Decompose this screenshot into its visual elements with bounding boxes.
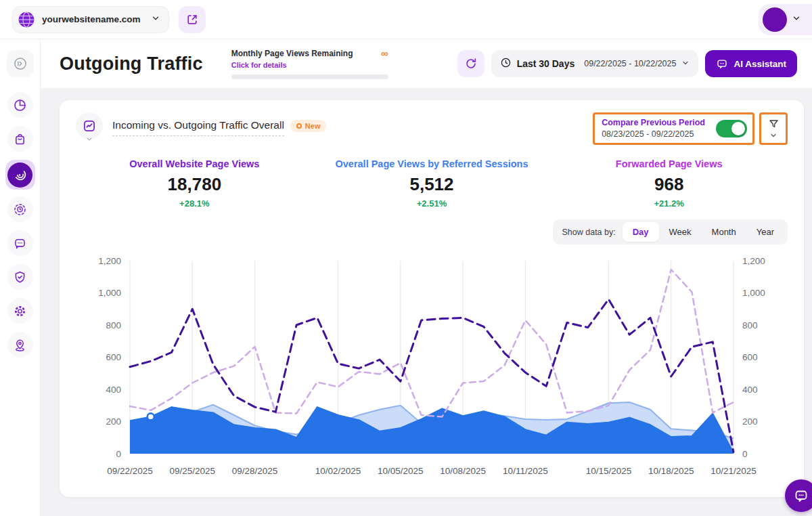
y-axis-tick-label: 0	[116, 449, 121, 459]
chart-canvas[interactable]: 002002004004006006008008001,0001,0001,20…	[76, 250, 788, 486]
outgoing-traffic-icon	[7, 163, 32, 188]
avatar	[763, 7, 787, 32]
compare-previous-period-highlight-box: Compare Previous Period 08/23/2025 - 09/…	[593, 112, 754, 145]
show-data-by-month[interactable]: Month	[702, 222, 746, 242]
external-link-icon	[185, 13, 199, 26]
x-axis-tick-label: 09/25/2025	[169, 466, 215, 476]
website-name: yourwebsitename.com	[42, 14, 144, 24]
shield-check-icon	[13, 270, 27, 284]
card-menu-button[interactable]	[76, 112, 103, 139]
pie-chart-icon	[13, 98, 27, 112]
infinity-icon: ∞	[381, 50, 388, 57]
metric-label: Overall Website Page Views	[76, 158, 313, 169]
metric-value: 5,512	[313, 174, 551, 195]
sidebar	[0, 39, 41, 516]
quota-details-link[interactable]: Click for details	[231, 61, 287, 69]
show-data-by-day[interactable]: Day	[623, 222, 659, 242]
date-range-selector[interactable]: Last 30 Days 09/22/2025 - 10/22/2025	[491, 50, 699, 77]
sidebar-item-dashboard[interactable]	[7, 92, 33, 118]
y-axis-tick-label: 1,000	[98, 288, 121, 298]
x-axis-tick-label: 10/21/2025	[710, 466, 757, 476]
quota-label: Monthly Page Views Remaining	[231, 49, 353, 58]
ai-assistant-label: AI Assistant	[734, 59, 786, 69]
x-axis-tick-label: 10/15/2025	[586, 466, 632, 476]
shopping-bag-icon	[13, 132, 27, 146]
sidebar-collapse-button[interactable]	[7, 50, 34, 77]
page-header: Outgoing Traffic Monthly Page Views Rema…	[41, 39, 812, 88]
date-range-dates: 09/22/2025 - 10/22/2025	[584, 59, 676, 68]
collapse-icon	[13, 56, 28, 71]
compare-previous-period-label: Compare Previous Period	[602, 118, 705, 127]
y-axis-tick-label: 200	[106, 416, 121, 427]
compare-toggle[interactable]	[716, 120, 747, 137]
sidebar-item-tracking[interactable]	[7, 196, 33, 222]
y-axis-tick-label: 0	[742, 449, 748, 459]
chart-line	[130, 270, 734, 416]
chat-bubble-icon	[793, 488, 809, 504]
y-axis-tick-label: 800	[106, 320, 121, 330]
metric-value: 968	[550, 174, 788, 195]
chart-point-marker	[148, 413, 154, 420]
metric-label: Forwarded Page Views	[550, 158, 788, 169]
filter-button[interactable]	[759, 112, 788, 145]
y-axis-tick-label: 1,200	[742, 256, 765, 266]
show-data-by-year[interactable]: Year	[746, 222, 784, 242]
new-badge: New	[290, 120, 327, 132]
chevron-down-icon	[792, 14, 801, 26]
metric-delta: +21.2%	[550, 198, 788, 209]
sidebar-item-outgoing-traffic[interactable]	[5, 160, 35, 190]
x-axis-tick-label: 10/02/2025	[315, 466, 361, 476]
chevron-down-icon	[769, 131, 777, 139]
metric-overall-website-page-views: Overall Website Page Views 18,780 +28.1%	[76, 158, 313, 209]
globe-icon	[18, 11, 35, 28]
y-axis-tick-label: 600	[742, 352, 758, 362]
new-badge-label: New	[305, 122, 321, 130]
support-chat-button[interactable]	[785, 479, 812, 512]
line-chart-icon	[82, 119, 97, 133]
x-axis-tick-label: 10/08/2025	[440, 466, 486, 476]
open-website-button[interactable]	[179, 6, 206, 33]
metric-delta: +2.51%	[313, 198, 551, 209]
traffic-card: Incoming vs. Outgoing Traffic Overall Ne…	[60, 100, 804, 497]
show-data-by-label: Show data by:	[556, 228, 623, 237]
refresh-icon	[464, 57, 478, 70]
ai-chat-icon	[716, 58, 728, 70]
new-badge-icon	[296, 123, 302, 129]
page-title: Outgoing Traffic	[60, 53, 203, 74]
chat-icon	[13, 236, 27, 251]
sidebar-item-settings[interactable]	[7, 298, 33, 324]
filter-icon	[767, 118, 780, 131]
refresh-button[interactable]	[457, 50, 484, 77]
show-data-by-week[interactable]: Week	[659, 222, 702, 242]
website-selector[interactable]: yourwebsitename.com	[12, 6, 169, 33]
lens-icon	[13, 202, 27, 217]
clock-icon	[500, 57, 512, 71]
x-axis-tick-label: 10/18/2025	[648, 466, 694, 476]
x-axis-tick-label: 09/22/2025	[107, 466, 153, 476]
traffic-chart-svg: 002002004004006006008008001,0001,0001,20…	[76, 250, 788, 483]
user-menu[interactable]	[759, 4, 812, 35]
card-title: Incoming vs. Outgoing Traffic Overall	[112, 119, 284, 136]
metrics-row: Overall Website Page Views 18,780 +28.1%…	[76, 158, 788, 209]
quota-progress-bar	[231, 74, 388, 79]
metric-forwarded-page-views: Forwarded Page Views 968 +21.2%	[550, 158, 788, 209]
ai-assistant-button[interactable]: AI Assistant	[705, 50, 797, 77]
gear-icon	[13, 304, 27, 318]
sidebar-item-store[interactable]	[7, 126, 33, 152]
x-axis-tick-label: 09/28/2025	[232, 466, 278, 476]
sidebar-item-messages[interactable]	[7, 230, 33, 256]
sidebar-item-locations[interactable]	[7, 332, 33, 358]
chevron-down-icon	[681, 58, 690, 70]
metric-label: Overall Page Views by Referred Sessions	[313, 158, 551, 169]
show-data-by-control: Show data by: Day Week Month Year	[553, 219, 788, 244]
sidebar-item-security[interactable]	[7, 264, 33, 290]
x-axis-tick-label: 10/11/2025	[503, 466, 548, 476]
location-pin-icon	[13, 338, 27, 352]
y-axis-tick-label: 800	[742, 320, 758, 330]
top-bar: yourwebsitename.com	[0, 0, 812, 39]
y-axis-tick-label: 400	[742, 385, 758, 395]
y-axis-tick-label: 400	[106, 385, 121, 395]
compare-previous-period-range: 08/23/2025 - 09/22/2025	[602, 129, 705, 139]
metric-referred-sessions-page-views: Overall Page Views by Referred Sessions …	[313, 158, 551, 209]
chevron-down-icon	[86, 133, 93, 146]
